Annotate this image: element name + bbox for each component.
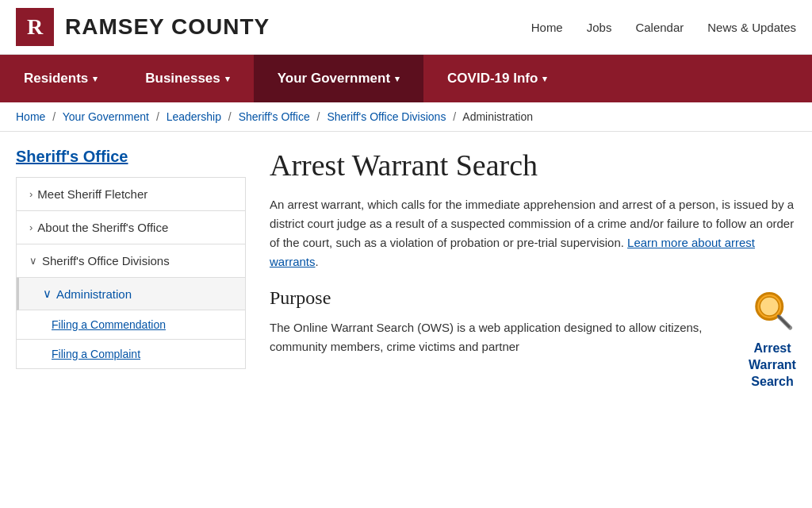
sidebar-sub-sub-complaint[interactable]: Filing a Complaint — [17, 340, 245, 369]
section-body: The Online Warrant Search (OWS) is a web… — [270, 318, 796, 356]
breadcrumb-leadership[interactable]: Leadership — [167, 110, 221, 123]
section-title: Purpose — [270, 287, 796, 309]
sidebar-item-label: Sheriff's Office Divisions — [42, 254, 170, 267]
content-wrapper: Sheriff's Office › Meet Sheriff Fletcher… — [0, 132, 812, 414]
top-header: R RAMSEY COUNTY Home Jobs Calendar News … — [0, 0, 812, 55]
chevron-down-icon: ▾ — [542, 74, 547, 84]
nav-covid[interactable]: COVID-19 Info ▾ — [423, 55, 571, 102]
site-name: RAMSEY COUNTY — [65, 14, 270, 40]
page-title: Arrest Warrant Search — [270, 148, 796, 183]
nav-residents[interactable]: Residents ▾ — [0, 55, 121, 102]
sidebar-item-label: About the Sheriff's Office — [37, 221, 168, 234]
breadcrumb-your-government[interactable]: Your Government — [63, 110, 149, 123]
breadcrumb-sheriffs-office[interactable]: Sheriff's Office — [239, 110, 310, 123]
top-nav-calendar[interactable]: Calendar — [635, 21, 684, 34]
chevron-down-icon: ▾ — [395, 74, 400, 84]
top-nav-home[interactable]: Home — [531, 21, 563, 34]
warrant-widget[interactable]: Arrest Warrant Search — [749, 287, 796, 390]
top-nav-news[interactable]: News & Updates — [707, 21, 796, 34]
breadcrumb-home[interactable]: Home — [16, 110, 45, 123]
sidebar-sub-sub-commendation[interactable]: Filing a Commendation — [17, 310, 245, 340]
top-nav: Home Jobs Calendar News & Updates — [531, 21, 796, 34]
sidebar-sub-item-label: Administration — [56, 287, 132, 301]
warrant-label: Arrest Warrant Search — [749, 341, 796, 390]
breadcrumb-sheriffs-office-divisions[interactable]: Sheriff's Office Divisions — [327, 110, 446, 123]
sidebar-item-about[interactable]: › About the Sheriff's Office — [17, 211, 245, 244]
chevron-right-icon: › — [29, 221, 33, 233]
sidebar-item-label: Meet Sheriff Fletcher — [37, 187, 147, 201]
nav-your-government[interactable]: Your Government ▾ — [254, 55, 423, 102]
sidebar-item-divisions[interactable]: ∨ Sheriff's Office Divisions — [17, 244, 245, 278]
logo-icon: R — [16, 8, 54, 46]
breadcrumb-current: Administration — [462, 110, 533, 123]
main-content: Arrest Warrant Search An arrest warrant,… — [270, 148, 796, 398]
magnify-glass-icon — [749, 287, 796, 335]
sidebar-item-meet-sheriff[interactable]: › Meet Sheriff Fletcher — [17, 178, 245, 211]
sidebar-menu: › Meet Sheriff Fletcher › About the Sher… — [16, 177, 246, 369]
page-intro: An arrest warrant, which calls for the i… — [270, 195, 796, 271]
sidebar-title[interactable]: Sheriff's Office — [16, 148, 246, 166]
chevron-down-icon: ∨ — [29, 255, 37, 267]
logo-area: R RAMSEY COUNTY — [16, 8, 270, 46]
chevron-right-icon: › — [29, 188, 33, 200]
top-nav-jobs[interactable]: Jobs — [587, 21, 612, 34]
nav-businesses[interactable]: Businesses ▾ — [121, 55, 254, 102]
chevron-down-icon: ▾ — [225, 74, 230, 84]
sidebar: Sheriff's Office › Meet Sheriff Fletcher… — [16, 148, 246, 398]
chevron-down-icon: ∨ — [43, 287, 52, 301]
main-nav: Residents ▾ Businesses ▾ Your Government… — [0, 55, 812, 102]
svg-point-1 — [760, 297, 779, 316]
breadcrumb: Home / Your Government / Leadership / Sh… — [0, 102, 812, 132]
sidebar-sub-item-administration[interactable]: ∨ Administration — [17, 278, 245, 310]
chevron-down-icon: ▾ — [93, 74, 98, 84]
svg-line-3 — [779, 316, 790, 327]
